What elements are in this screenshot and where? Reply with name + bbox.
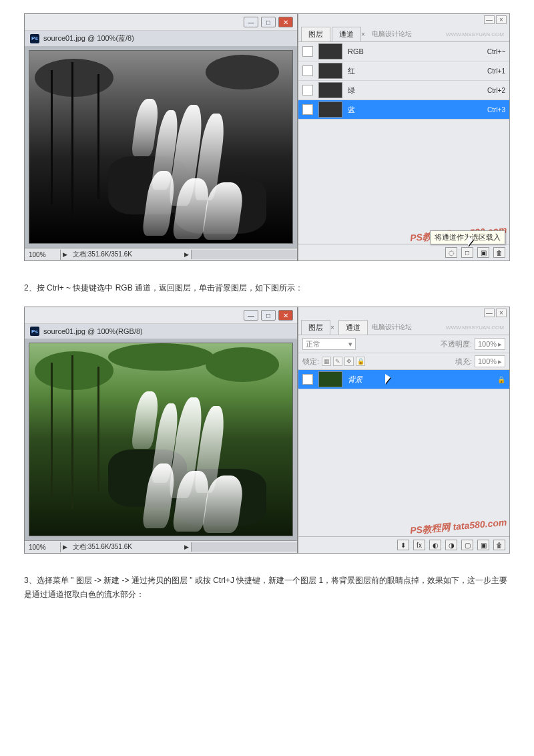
channel-row-red[interactable]: 红 Ctrl+1 — [298, 61, 509, 81]
photoshop-file-icon: Ps — [30, 34, 39, 43]
panel-window-controls: — × — [298, 307, 509, 319]
channel-row-rgb[interactable]: RGB Ctrl+~ — [298, 42, 509, 61]
channel-name: 绿 — [348, 85, 482, 96]
window-titlebar-controls: — □ ✕ — [25, 307, 297, 324]
tab-layers[interactable]: 图层 — [301, 320, 330, 335]
tab-close-icon[interactable]: × — [361, 31, 365, 38]
forum-watermark-text: 电脑设计论坛 — [369, 323, 412, 332]
layer-row-background[interactable]: 👁 背景 🔒 — [298, 370, 509, 389]
visibility-toggle[interactable] — [302, 85, 313, 96]
zoom-level[interactable]: 100% — [25, 250, 61, 260]
document-title-bar: Ps source01.jpg @ 100%(蓝/8) — [25, 31, 297, 46]
status-arrow-icon[interactable]: ▶ — [183, 544, 191, 550]
window-close-button[interactable]: ✕ — [278, 310, 293, 321]
zoom-level[interactable]: 100% — [25, 542, 61, 552]
fill-value: 100% — [478, 357, 497, 365]
new-layer-icon[interactable]: ▣ — [477, 540, 489, 550]
delete-channel-icon[interactable]: 🗑 — [493, 247, 505, 258]
adjustment-layer-icon[interactable]: ◑ — [445, 540, 457, 550]
panel-bottom-buttons: ◌ □ ▣ 🗑 — [298, 244, 509, 260]
layer-mask-icon[interactable]: ◐ — [429, 540, 441, 550]
channel-shortcut: Ctrl+~ — [487, 48, 505, 55]
horizontal-scrollbar[interactable] — [191, 250, 298, 259]
layer-thumbnail — [318, 371, 342, 387]
figure-1: — □ ✕ Ps source01.jpg @ 100%(蓝/8) — [24, 13, 510, 261]
horizontal-scrollbar[interactable] — [191, 542, 298, 552]
document-size-info: 文档:351.6K/351.6K — [69, 248, 183, 260]
cursor-icon — [385, 374, 393, 385]
layers-panel: — × 图层 × 通道 电脑设计论坛 WWW.MISSYUAN.COM 正常 ▾… — [298, 307, 510, 554]
layer-style-icon[interactable]: fx — [413, 540, 425, 550]
image-canvas-color-waterfall[interactable] — [29, 343, 293, 536]
tab-close-icon[interactable]: × — [330, 324, 334, 331]
chevron-right-icon: ▸ — [498, 357, 502, 366]
blend-mode-select[interactable]: 正常 ▾ — [302, 338, 356, 350]
channel-shortcut: Ctrl+3 — [487, 106, 505, 114]
document-page: — □ ✕ Ps source01.jpg @ 100%(蓝/8) — [0, 0, 534, 640]
lock-pixels-icon[interactable]: ✎ — [333, 357, 342, 366]
document-title: source01.jpg @ 100%(RGB/8) — [43, 327, 143, 335]
channel-row-green[interactable]: 绿 Ctrl+2 — [298, 81, 509, 100]
chevron-right-icon: ▸ — [498, 340, 502, 349]
visibility-toggle[interactable]: 👁 — [302, 374, 313, 385]
delete-layer-icon[interactable]: 🗑 — [493, 540, 505, 550]
panel-minimize-icon[interactable]: — — [484, 15, 495, 24]
channel-name: 红 — [348, 66, 482, 76]
fill-label: 填充: — [455, 357, 472, 367]
panel-minimize-icon[interactable]: — — [484, 309, 495, 317]
forum-watermark-text: 电脑设计论坛 — [369, 29, 412, 39]
link-layers-icon[interactable]: ⬍ — [397, 540, 409, 550]
fill-input[interactable]: 100% ▸ — [475, 355, 505, 367]
panel-tab-strip: 图层 通道 × 电脑设计论坛 WWW.MISSYUAN.COM — [298, 25, 509, 42]
cursor-icon — [468, 236, 476, 247]
lock-icon: 🔒 — [497, 376, 505, 383]
load-channel-as-selection-icon[interactable]: ◌ — [445, 247, 457, 258]
image-canvas-bw-waterfall[interactable] — [29, 50, 293, 244]
blend-mode-value: 正常 — [306, 339, 320, 349]
window-minimize-button[interactable]: — — [244, 17, 258, 27]
blend-mode-row: 正常 ▾ 不透明度: 100% ▸ — [298, 335, 509, 353]
forum-url: WWW.MISSYUAN.COM — [446, 325, 507, 331]
layer-group-icon[interactable]: ▢ — [461, 540, 473, 550]
visibility-toggle[interactable] — [302, 65, 313, 76]
panel-close-icon[interactable]: × — [496, 15, 507, 24]
lock-transparency-icon[interactable]: ▦ — [322, 357, 331, 366]
panel-bottom-buttons: ⬍ fx ◐ ◑ ▢ ▣ 🗑 — [298, 536, 509, 553]
window-minimize-button[interactable]: — — [244, 310, 258, 321]
status-arrow-icon[interactable]: ▶ — [61, 544, 69, 550]
opacity-input[interactable]: 100% ▸ — [475, 338, 505, 350]
status-arrow-icon[interactable]: ▶ — [61, 251, 69, 258]
document-size-info: 文档:351.6K/351.6K — [69, 541, 183, 553]
lock-position-icon[interactable]: ✥ — [344, 357, 354, 366]
lock-all-icon[interactable]: 🔒 — [356, 357, 365, 366]
tab-layers[interactable]: 图层 — [301, 27, 330, 41]
channel-row-blue[interactable]: 👁 蓝 Ctrl+3 — [298, 100, 509, 120]
panel-close-icon[interactable]: × — [496, 309, 507, 317]
visibility-toggle[interactable] — [302, 46, 313, 57]
photoshop-file-icon: Ps — [30, 327, 39, 336]
channel-list: RGB Ctrl+~ 红 Ctrl+1 绿 Ctrl+2 👁 — [298, 42, 509, 244]
channel-shortcut: Ctrl+2 — [487, 87, 505, 94]
document-title: source01.jpg @ 100%(蓝/8) — [43, 33, 134, 43]
status-bar: 100% ▶ 文档:351.6K/351.6K ▶ — [25, 540, 297, 553]
panel-tab-strip: 图层 × 通道 电脑设计论坛 WWW.MISSYUAN.COM — [298, 319, 509, 335]
step-3-text: 3、选择菜单 " 图层 -> 新建 -> 通过拷贝的图层 " 或按 Ctrl+J… — [24, 574, 510, 601]
save-selection-as-channel-icon[interactable]: □ — [461, 247, 473, 258]
visibility-toggle[interactable]: 👁 — [302, 104, 313, 115]
new-channel-icon[interactable]: ▣ — [477, 247, 489, 258]
tab-channels[interactable]: 通道 — [338, 320, 368, 335]
window-maximize-button[interactable]: □ — [261, 17, 276, 27]
channel-thumbnail — [318, 82, 342, 98]
tab-channels[interactable]: 通道 — [332, 27, 361, 41]
channel-shortcut: Ctrl+1 — [487, 67, 505, 75]
layer-name: 背景 — [348, 375, 492, 385]
opacity-label: 不透明度: — [441, 339, 472, 349]
window-close-button[interactable]: ✕ — [278, 17, 293, 27]
document-title-bar: Ps source01.jpg @ 100%(RGB/8) — [25, 324, 297, 339]
status-arrow-icon[interactable]: ▶ — [183, 251, 191, 258]
status-bar: 100% ▶ 文档:351.6K/351.6K ▶ — [25, 248, 297, 260]
window-maximize-button[interactable]: □ — [261, 310, 276, 321]
lock-label: 锁定: — [302, 357, 319, 367]
forum-url: WWW.MISSYUAN.COM — [446, 31, 507, 37]
channel-name: 蓝 — [348, 105, 482, 115]
